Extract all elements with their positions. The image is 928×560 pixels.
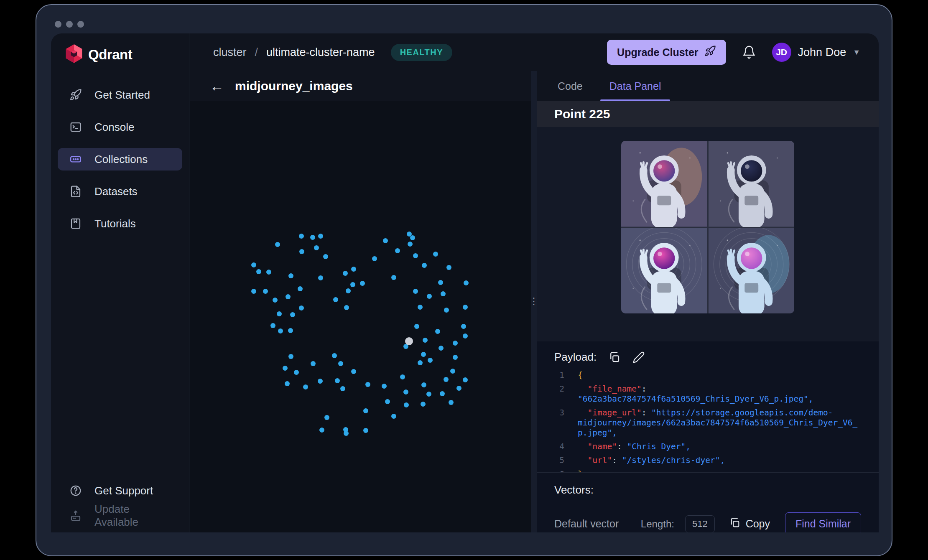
window-control-dot[interactable]: [66, 21, 73, 28]
vector-point[interactable]: [288, 354, 293, 359]
window-control-dot[interactable]: [77, 21, 84, 28]
vector-point[interactable]: [463, 377, 468, 382]
vector-point[interactable]: [408, 242, 413, 247]
vector-point[interactable]: [344, 305, 349, 310]
vector-point[interactable]: [414, 324, 419, 329]
vector-point[interactable]: [343, 271, 348, 276]
vector-point[interactable]: [435, 329, 440, 334]
vector-point[interactable]: [418, 305, 423, 310]
vector-point[interactable]: [318, 275, 323, 280]
vector-point[interactable]: [333, 297, 338, 302]
vector-point[interactable]: [278, 328, 283, 333]
sidebar-item-tutorials[interactable]: Tutorials: [58, 212, 182, 235]
vector-point[interactable]: [385, 399, 390, 404]
vector-point[interactable]: [391, 414, 396, 419]
vector-point[interactable]: [275, 242, 280, 247]
vector-point[interactable]: [464, 280, 469, 285]
vector-point[interactable]: [444, 308, 449, 313]
vector-point[interactable]: [372, 256, 377, 261]
tab-data-panel[interactable]: Data Panel: [600, 71, 671, 101]
edit-payload-icon[interactable]: [632, 351, 645, 364]
vector-point[interactable]: [283, 366, 288, 371]
vector-point[interactable]: [340, 386, 345, 391]
vector-point[interactable]: [453, 341, 458, 346]
vector-point[interactable]: [277, 311, 282, 316]
vector-point[interactable]: [256, 269, 261, 274]
vector-point[interactable]: [413, 253, 418, 258]
vector-point[interactable]: [344, 431, 349, 436]
vector-point[interactable]: [403, 389, 408, 395]
vector-point[interactable]: [273, 298, 278, 303]
user-menu[interactable]: JD John Doe ▼: [772, 43, 860, 62]
vector-point[interactable]: [410, 235, 415, 240]
vector-point[interactable]: [294, 370, 299, 375]
tab-code[interactable]: Code: [548, 71, 592, 101]
selected-vector-point[interactable]: [405, 337, 413, 345]
breadcrumb-cluster-link[interactable]: cluster: [213, 46, 247, 59]
vector-point[interactable]: [303, 384, 308, 389]
vector-point[interactable]: [456, 386, 461, 391]
vector-point[interactable]: [363, 408, 368, 413]
vector-point[interactable]: [463, 333, 468, 339]
vector-point[interactable]: [299, 234, 304, 239]
vector-point[interactable]: [314, 245, 319, 250]
vector-point[interactable]: [311, 361, 316, 366]
vector-point[interactable]: [346, 288, 351, 293]
vector-point[interactable]: [288, 273, 293, 278]
vector-point[interactable]: [299, 305, 304, 311]
vector-point[interactable]: [263, 289, 268, 294]
vector-point[interactable]: [332, 353, 337, 358]
vector-point[interactable]: [404, 402, 409, 407]
vector-point[interactable]: [286, 294, 291, 299]
upgrade-cluster-button[interactable]: Upgrade Cluster: [607, 40, 726, 65]
vector-point[interactable]: [363, 428, 368, 433]
find-similar-button[interactable]: Find Similar: [785, 512, 861, 532]
sidebar-item-get-started[interactable]: Get Started: [58, 84, 182, 106]
sidebar-item-get-support[interactable]: Get Support: [58, 479, 182, 502]
vector-point[interactable]: [299, 249, 304, 254]
notifications-bell-icon[interactable]: [742, 45, 756, 59]
vector-point[interactable]: [324, 415, 329, 420]
vector-point[interactable]: [413, 289, 418, 294]
window-control-dot[interactable]: [55, 21, 61, 28]
vector-point[interactable]: [463, 305, 468, 310]
vector-point[interactable]: [444, 377, 449, 382]
vector-point[interactable]: [318, 234, 323, 239]
vector-point[interactable]: [400, 374, 405, 379]
vector-point[interactable]: [285, 381, 290, 386]
vector-point[interactable]: [438, 280, 443, 285]
vector-point[interactable]: [270, 323, 275, 328]
qdrant-logo[interactable]: Qdrant: [65, 44, 132, 65]
copy-vector-button[interactable]: Copy: [729, 517, 770, 531]
vector-point[interactable]: [426, 392, 431, 397]
vector-point[interactable]: [446, 265, 451, 270]
vector-point[interactable]: [319, 428, 324, 433]
vector-point[interactable]: [391, 275, 396, 280]
vector-point[interactable]: [360, 281, 365, 286]
vector-point[interactable]: [450, 369, 455, 374]
vector-point[interactable]: [383, 238, 388, 243]
vector-point[interactable]: [427, 294, 432, 299]
vector-point[interactable]: [288, 328, 293, 333]
panel-resize-divider[interactable]: ⋮: [531, 71, 537, 532]
vector-point[interactable]: [251, 289, 256, 294]
vector-point[interactable]: [433, 252, 438, 257]
vector-point[interactable]: [439, 346, 444, 351]
vector-point[interactable]: [290, 312, 295, 317]
sidebar-item-update-available[interactable]: Update Available: [58, 504, 182, 527]
vector-point[interactable]: [453, 355, 458, 360]
vector-scatter-plot[interactable]: [190, 101, 531, 532]
sidebar-item-collections[interactable]: Collections: [58, 148, 182, 171]
vector-point[interactable]: [428, 358, 433, 363]
vector-point[interactable]: [421, 402, 426, 407]
vector-point[interactable]: [449, 400, 454, 405]
vector-point[interactable]: [318, 379, 323, 384]
sidebar-item-console[interactable]: Console: [58, 116, 182, 138]
vector-point[interactable]: [351, 369, 356, 374]
vector-point[interactable]: [421, 352, 426, 357]
vector-point[interactable]: [335, 378, 340, 383]
vector-point[interactable]: [418, 360, 423, 365]
vector-point[interactable]: [350, 282, 355, 287]
vector-point[interactable]: [266, 270, 271, 275]
vector-point[interactable]: [351, 267, 356, 272]
